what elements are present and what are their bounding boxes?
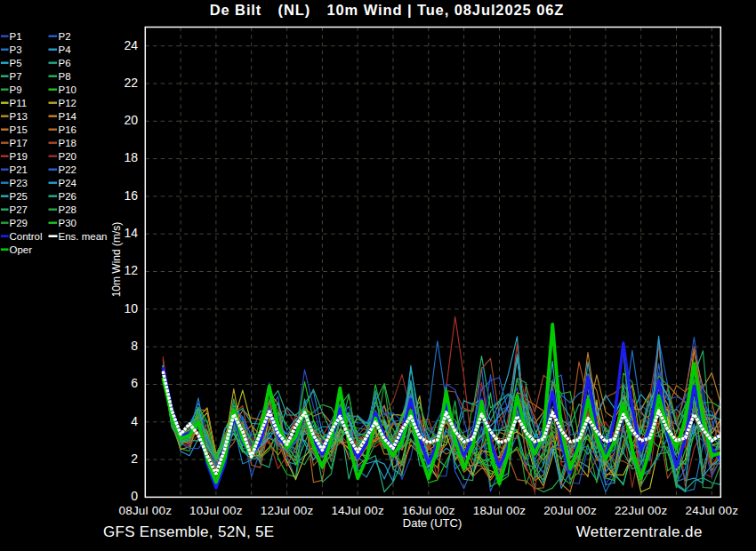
svg-text:Date (UTC): Date (UTC) [403, 516, 462, 530]
svg-text:18: 18 [124, 150, 138, 164]
svg-text:P13: P13 [10, 111, 28, 122]
svg-text:P17: P17 [10, 138, 28, 148]
svg-text:P30: P30 [59, 218, 76, 228]
svg-text:Wetterzentrale.de: Wetterzentrale.de [576, 523, 703, 540]
svg-text:14Jul 00z: 14Jul 00z [331, 504, 384, 517]
svg-text:P25: P25 [10, 191, 28, 202]
svg-text:10Jul 00z: 10Jul 00z [189, 504, 243, 517]
svg-text:22Jul 00z: 22Jul 00z [615, 504, 668, 517]
svg-text:16Jul 00z: 16Jul 00z [402, 504, 455, 517]
svg-text:P29: P29 [10, 218, 28, 228]
svg-text:P14: P14 [59, 111, 77, 122]
svg-text:P24: P24 [59, 178, 77, 188]
svg-text:Ens. mean: Ens. mean [59, 231, 108, 242]
svg-text:P8: P8 [59, 71, 71, 82]
svg-text:P28: P28 [59, 204, 76, 215]
svg-text:24Jul 00z: 24Jul 00z [686, 504, 739, 517]
svg-text:20: 20 [124, 113, 138, 127]
svg-text:P10: P10 [59, 84, 76, 95]
svg-text:22: 22 [124, 76, 138, 90]
svg-text:De Bilt (NL) 10m Wind | Tue,: De Bilt (NL) 10m Wind | Tue, 08Jul2025 0… [210, 2, 565, 18]
svg-text:P4: P4 [59, 44, 72, 55]
svg-text:P16: P16 [59, 124, 76, 135]
svg-text:24: 24 [124, 38, 138, 52]
svg-text:20Jul 00z: 20Jul 00z [543, 504, 597, 517]
svg-text:P5: P5 [10, 58, 22, 68]
svg-text:P11: P11 [10, 98, 28, 108]
svg-text:GFS Ensemble, 52N, 5E: GFS Ensemble, 52N, 5E [103, 523, 274, 540]
svg-text:10m Wind (m/s): 10m Wind (m/s) [110, 222, 123, 298]
svg-text:Oper: Oper [10, 244, 33, 255]
svg-text:08Jul 00z: 08Jul 00z [119, 504, 173, 517]
svg-text:P22: P22 [59, 164, 76, 175]
svg-text:6: 6 [131, 376, 138, 390]
svg-text:8: 8 [131, 339, 138, 353]
svg-text:18Jul 00z: 18Jul 00z [473, 504, 527, 517]
svg-text:P18: P18 [59, 138, 76, 148]
svg-text:P12: P12 [59, 98, 76, 108]
svg-text:P23: P23 [10, 178, 28, 188]
svg-text:14: 14 [124, 226, 138, 240]
svg-text:10: 10 [124, 301, 138, 315]
svg-text:P27: P27 [10, 204, 28, 215]
svg-text:P7: P7 [10, 71, 22, 82]
svg-text:P1: P1 [10, 31, 22, 42]
svg-text:2: 2 [131, 451, 138, 466]
svg-text:P21: P21 [10, 164, 28, 175]
svg-text:Control: Control [10, 231, 43, 242]
svg-text:P15: P15 [10, 124, 28, 135]
svg-text:P19: P19 [10, 151, 28, 162]
svg-text:P20: P20 [59, 151, 76, 162]
svg-text:0: 0 [131, 489, 138, 503]
svg-text:P9: P9 [10, 84, 22, 95]
svg-text:P26: P26 [59, 191, 76, 202]
svg-text:12Jul 00z: 12Jul 00z [261, 504, 314, 517]
svg-text:P3: P3 [10, 44, 22, 55]
svg-text:16: 16 [124, 188, 138, 203]
svg-text:12: 12 [124, 263, 138, 277]
svg-text:P2: P2 [59, 31, 71, 42]
svg-text:4: 4 [131, 414, 138, 428]
svg-text:P6: P6 [59, 58, 71, 68]
